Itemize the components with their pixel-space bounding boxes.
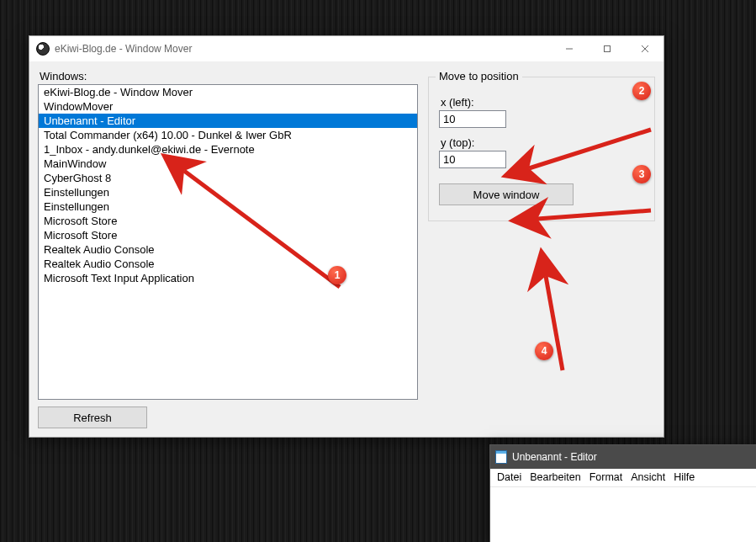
list-item[interactable]: Realtek Audio Console bbox=[39, 257, 417, 271]
list-item[interactable]: Einstellungen bbox=[39, 199, 417, 214]
notepad-window: Unbenannt - Editor DateiBearbeitenFormat… bbox=[489, 444, 756, 542]
windows-listbox[interactable]: eKiwi-Blog.de - Window MoverWindowMoverU… bbox=[38, 84, 418, 400]
list-item[interactable]: Total Commander (x64) 10.00 - Dunkel & I… bbox=[39, 128, 417, 142]
refresh-button[interactable]: Refresh bbox=[38, 406, 147, 428]
list-item[interactable]: CyberGhost 8 bbox=[39, 171, 417, 185]
titlebar[interactable]: eKiwi-Blog.de - Window Mover bbox=[29, 36, 663, 61]
list-item[interactable]: Realtek Audio Console bbox=[39, 242, 417, 257]
window-mover-app: eKiwi-Blog.de - Window Mover Windows: eK… bbox=[29, 35, 664, 438]
groupbox-title: Move to position bbox=[436, 70, 522, 82]
svg-rect-1 bbox=[604, 46, 610, 52]
app-icon bbox=[36, 42, 50, 56]
move-groupbox: Move to position x (left): y (top): Move… bbox=[428, 77, 655, 221]
menu-item[interactable]: Bearbeiten bbox=[530, 471, 580, 484]
maximize-button[interactable] bbox=[588, 36, 626, 61]
window-title: eKiwi-Blog.de - Window Mover bbox=[55, 43, 192, 55]
list-item[interactable]: WindowMover bbox=[39, 99, 417, 114]
list-item[interactable]: Unbenannt - Editor bbox=[39, 114, 417, 128]
notepad-title: Unbenannt - Editor bbox=[512, 451, 597, 463]
list-item[interactable]: 1_Inbox - andy.dunkel@ekiwi.de - Evernot… bbox=[39, 142, 417, 157]
callout-2: 2 bbox=[632, 82, 651, 100]
list-item[interactable]: Microsoft Text Input Application bbox=[39, 271, 417, 285]
notepad-icon bbox=[495, 450, 507, 464]
y-label: y (top): bbox=[439, 136, 644, 149]
menu-item[interactable]: Format bbox=[589, 471, 623, 484]
list-item[interactable]: Einstellungen bbox=[39, 185, 417, 199]
list-item[interactable]: MainWindow bbox=[39, 157, 417, 171]
notepad-menubar: DateiBearbeitenFormatAnsichtHilfe bbox=[490, 469, 756, 487]
x-input[interactable] bbox=[439, 110, 506, 128]
callout-1: 1 bbox=[328, 266, 346, 284]
callout-4: 4 bbox=[535, 342, 553, 360]
windows-label: Windows: bbox=[38, 70, 418, 82]
menu-item[interactable]: Ansicht bbox=[631, 471, 665, 484]
close-button[interactable] bbox=[626, 36, 663, 61]
minimize-button[interactable] bbox=[550, 36, 588, 61]
x-label: x (left): bbox=[439, 96, 644, 109]
callout-3: 3 bbox=[632, 165, 651, 183]
y-input[interactable] bbox=[439, 151, 506, 168]
move-window-button[interactable]: Move window bbox=[439, 183, 574, 205]
list-item[interactable]: eKiwi-Blog.de - Window Mover bbox=[39, 85, 417, 99]
list-item[interactable]: Microsoft Store bbox=[39, 214, 417, 228]
notepad-titlebar[interactable]: Unbenannt - Editor bbox=[490, 445, 756, 469]
menu-item[interactable]: Datei bbox=[497, 471, 521, 484]
list-item[interactable]: Microsoft Store bbox=[39, 228, 417, 242]
menu-item[interactable]: Hilfe bbox=[674, 471, 695, 484]
